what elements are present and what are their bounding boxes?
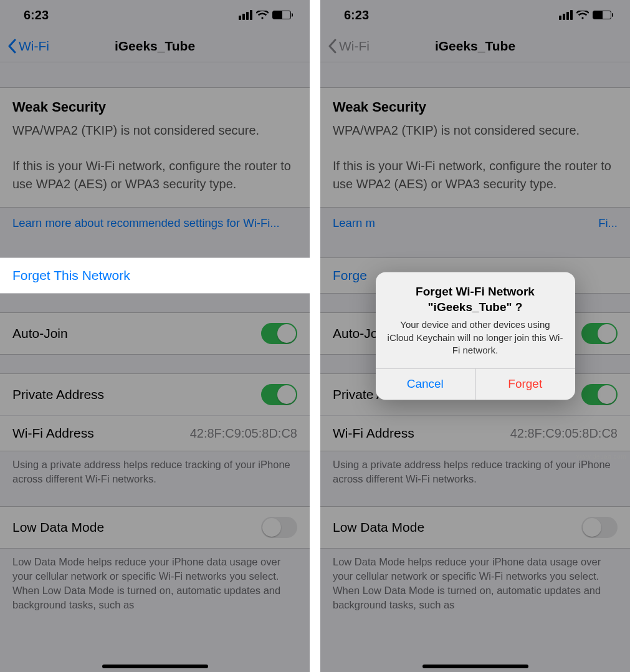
wifi-address-value: 42:8F:C9:05:8D:C8 (510, 426, 618, 441)
forget-network-label: Forget This Network (12, 268, 130, 283)
low-data-mode-label: Low Data Mode (333, 520, 424, 535)
alert-message: Your device and other devices using iClo… (387, 319, 564, 357)
auto-join-row: Auto-Join (0, 312, 310, 355)
private-address-toggle[interactable] (581, 384, 618, 405)
wifi-address-row: Wi-Fi Address 42:8F:C9:05:8D:C8 (320, 415, 630, 451)
alert-cancel-button[interactable]: Cancel (376, 369, 475, 400)
low-data-mode-row: Low Data Mode (0, 506, 310, 549)
auto-join-toggle[interactable] (261, 323, 297, 344)
status-bar: 6:23 (320, 0, 630, 30)
nav-bar: Wi-Fi iGeeks_Tube (0, 30, 310, 62)
low-data-mode-footer: Low Data Mode helps reduce your iPhone d… (320, 549, 630, 622)
status-time: 6:23 (344, 8, 369, 22)
learn-more-link[interactable]: Learn mFi... (320, 208, 630, 239)
low-data-mode-row: Low Data Mode (320, 506, 630, 549)
nav-title: iGeeks_Tube (0, 39, 310, 54)
learn-more-link[interactable]: Learn more about recommended settings fo… (0, 208, 310, 239)
watermark: www.deuaq.com (576, 453, 626, 460)
weak-security-text-2: If this is your Wi-Fi network, configure… (333, 157, 618, 193)
wifi-address-row: Wi-Fi Address 42:8F:C9:05:8D:C8 (0, 415, 310, 451)
battery-icon (593, 11, 611, 19)
nav-bar: Wi-Fi iGeeks_Tube (320, 30, 630, 62)
screenshot-left: 6:23 Wi-Fi iGeeks_Tube Weak Security WPA… (0, 0, 310, 672)
auto-join-label: Auto-Join (12, 326, 68, 341)
private-address-toggle[interactable] (261, 384, 297, 405)
low-data-mode-toggle[interactable] (581, 517, 618, 538)
wifi-address-label: Wi-Fi Address (333, 426, 414, 441)
wifi-icon (256, 11, 269, 20)
weak-security-text-1: WPA/WPA2 (TKIP) is not considered secure… (12, 122, 297, 140)
private-address-footer: Using a private address helps reduce tra… (0, 451, 310, 496)
forget-network-alert: Forget Wi-Fi Network "iGeeks_Tube" ? You… (376, 272, 575, 400)
battery-icon (272, 11, 291, 19)
nav-title: iGeeks_Tube (320, 39, 630, 54)
private-address-row: Private Address (0, 373, 310, 415)
weak-security-section: Weak Security WPA/WPA2 (TKIP) is not con… (320, 87, 630, 208)
wifi-icon (576, 11, 589, 20)
status-bar: 6:23 (0, 0, 310, 30)
forget-network-label: Forge (333, 268, 367, 283)
forget-network-row[interactable]: Forget This Network (0, 257, 310, 294)
weak-security-heading: Weak Security (12, 99, 297, 115)
low-data-mode-toggle[interactable] (261, 517, 297, 538)
auto-join-toggle[interactable] (581, 323, 618, 344)
status-right (559, 10, 611, 20)
weak-security-text-1: WPA/WPA2 (TKIP) is not considered secure… (333, 122, 618, 140)
low-data-mode-footer: Low Data Mode helps reduce your iPhone d… (0, 549, 310, 622)
alert-forget-button[interactable]: Forget (475, 369, 575, 400)
cellular-icon (239, 10, 252, 20)
status-right (239, 10, 291, 20)
wifi-address-value: 42:8F:C9:05:8D:C8 (190, 426, 297, 441)
wifi-address-label: Wi-Fi Address (12, 426, 94, 441)
private-address-label: Private Address (12, 387, 104, 402)
home-indicator (102, 665, 208, 668)
cellular-icon (559, 10, 573, 20)
alert-title: Forget Wi-Fi Network "iGeeks_Tube" ? (387, 284, 564, 315)
home-indicator (422, 665, 528, 668)
weak-security-text-2: If this is your Wi-Fi network, configure… (12, 157, 297, 193)
status-time: 6:23 (24, 8, 49, 22)
weak-security-section: Weak Security WPA/WPA2 (TKIP) is not con… (0, 87, 310, 208)
weak-security-heading: Weak Security (333, 99, 618, 115)
low-data-mode-label: Low Data Mode (12, 520, 104, 535)
screenshot-right: 6:23 Wi-Fi iGeeks_Tube Weak Security WPA… (320, 0, 630, 672)
